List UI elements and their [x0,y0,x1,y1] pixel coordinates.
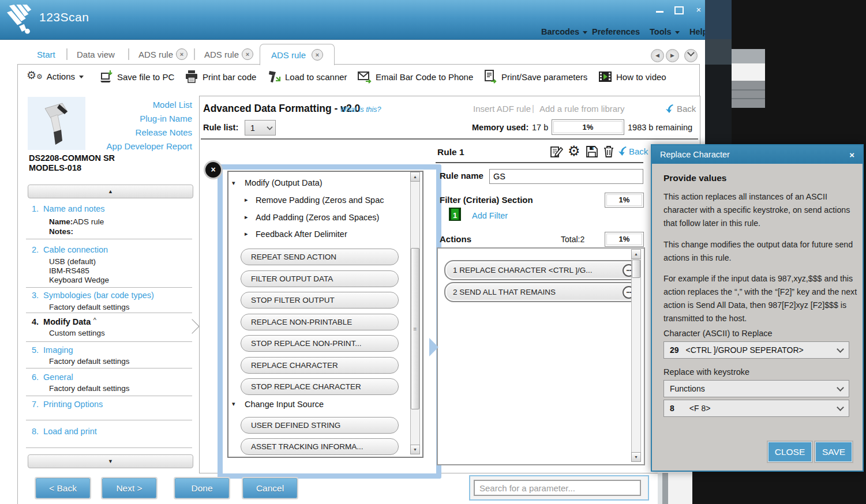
menu-barcodes[interactable]: Barcodes [541,26,587,37]
tree-open-icon[interactable]: ▾ [232,400,235,408]
sidebar-item-imaging[interactable]: 5.Imaging [32,345,73,355]
keystroke-category-select[interactable]: Functions [663,380,849,397]
insert-adf-rule-link[interactable]: Insert ADF rule [473,104,531,114]
print-bar-code-button[interactable]: Print bar code [185,70,256,84]
cancel-button[interactable]: Cancel [243,478,297,498]
dropdown-caret-icon [79,76,84,78]
palette-tree-item[interactable]: Feedback After Delimiter [256,230,401,239]
sidebar-item-modify-data[interactable]: 4.Modify Data ^ [32,317,96,327]
sidebar-item-cable-connection[interactable]: 2.Cable connection [32,245,108,255]
tree-closed-icon[interactable]: ▸ [245,213,248,221]
delete-rule-icon[interactable] [602,145,616,159]
scrollbar-down-button[interactable]: ▼ [631,452,641,462]
nav-back-button[interactable]: ◀ [651,49,664,62]
menu-preferences[interactable]: Preferences [592,26,640,37]
palette-pill-repeat-send-action[interactable]: REPEAT SEND ACTION [241,249,399,265]
scrollbar-up-button[interactable]: ▲ [410,172,420,182]
palette-close-button[interactable]: × [205,162,221,178]
scrollbar-up-button[interactable]: ▲ [631,249,641,259]
sidebar-item-name-and-notes[interactable]: 1.Name and notes [32,204,105,214]
menu-tools[interactable]: Tools [650,26,680,37]
palette-pill-stop-replace-non-printable[interactable]: STOP REPLACE NON-PRINT... [241,335,399,352]
search-input[interactable] [474,480,641,496]
release-notes-link[interactable]: Release Notes [69,126,192,140]
tree-closed-icon[interactable]: ▸ [245,230,248,238]
rule-settings-gear-icon[interactable]: ⚙ [568,143,580,159]
dialog-close-button[interactable]: × [849,150,854,160]
palette-pill-replace-character[interactable]: REPLACE CHARACTER [241,357,399,374]
model-list-link[interactable]: Model List [69,98,192,112]
dialog-titlebar: Replace Character × [652,145,863,164]
palette-pill-stop-replace-character[interactable]: STOP REPLACE CHARACTER [241,378,399,395]
sidebar-scroll-up-button[interactable]: ▲ [28,185,193,198]
tab-start[interactable]: Start [37,50,55,59]
maximize-button[interactable] [672,4,687,16]
sidebar-item-printing-options[interactable]: 7.Printing Options [32,399,103,409]
email-bar-code-button[interactable]: Email Bar Code to Phone [358,70,473,84]
app-developer-report-link[interactable]: App Developer Report [69,140,192,153]
tab-close-icon[interactable]: × [242,48,253,60]
back-arrow-icon[interactable] [617,145,628,156]
divider [26,396,192,396]
dialog-save-button[interactable]: SAVE [815,442,852,462]
palette-pill-asset-tracking[interactable]: ASSET TRACKING INFORMA... [241,438,399,455]
minimize-button[interactable] [652,4,667,16]
back-button[interactable]: < Back [36,478,90,498]
actions-button[interactable]: ⚙⚙ Actions [27,70,84,82]
rule-back-link[interactable]: Back [629,146,648,156]
tree-closed-icon[interactable]: ▸ [245,196,248,204]
rule-name-input[interactable] [489,169,643,184]
scrollbar-thumb[interactable]: ≡ [411,248,419,409]
done-button[interactable]: Done [175,478,229,498]
sidebar-scroll-down-button[interactable]: ▼ [28,454,193,468]
sidebar-item-general[interactable]: 6.General [32,372,73,382]
palette-pill-filter-output-data[interactable]: FILTER OUTPUT DATA [241,270,399,287]
what-is-this-link[interactable]: What is this? [340,106,381,114]
sidebar-item-symbologies[interactable]: 3.Symbologies (bar code types) [32,290,154,300]
nav-forward-button[interactable]: ▶ [666,49,679,62]
select-value-text: <CTRL ]/GROUP SEPERATOR> [686,345,804,355]
action-item-send-all[interactable]: 2 SEND ALL THAT REMAINS ••• [444,282,640,302]
print-save-parameters-button[interactable]: Print/Save parameters [483,70,587,84]
arrow-down-icon: ▼ [634,455,638,459]
add-rule-from-library-link[interactable]: Add a rule from library [539,104,625,114]
scrollbar-down-button[interactable]: ▼ [410,445,420,454]
palette-pill-replace-non-printable[interactable]: REPLACE NON-PRINTABLE [241,314,399,330]
palette-pill-user-defined-string[interactable]: USER DEFINED STRING [241,417,399,434]
palette-tree-item[interactable]: Add Padding (Zeros and Spaces) [256,213,401,222]
add-filter-link[interactable]: Add Filter [472,211,508,220]
keystroke-value-select[interactable]: 8 <F 8> [663,400,849,417]
tab-list-button[interactable] [684,49,698,62]
palette-pill-stop-filter-output[interactable]: STOP FILTER OUTPUT [241,292,399,309]
palette-group-modify[interactable]: Modify (Output Data) [245,178,323,187]
tab-close-icon[interactable]: × [176,48,188,60]
action-item-replace-character[interactable]: 1 REPLACE CHARACTER <CTRL ]/G... ••• [444,260,640,280]
save-file-to-pc-button[interactable]: Save file to PC [99,70,174,84]
palette-tree-item[interactable]: Remove Padding (Zeros and Spac [256,195,401,205]
actions-scrollbar[interactable] [631,249,641,462]
character-to-replace-select[interactable]: 29 <CTRL ]/GROUP SEPERATOR> [663,341,849,359]
tab-ads-rule-2[interactable]: ADS rule [204,50,239,59]
tab-data-view[interactable]: Data view [77,50,115,59]
load-to-scanner-button[interactable]: Load to scanner [267,70,347,84]
adf-back-link[interactable]: Back [677,104,696,114]
sidebar-item-load-and-print[interactable]: 8.Load and print [32,426,97,437]
dialog-close-action-button[interactable]: CLOSE [768,442,812,462]
edit-rule-icon[interactable] [549,145,563,159]
close-button[interactable]: × [691,4,706,16]
scrollbar-thumb[interactable] [632,259,640,278]
save-rule-icon[interactable] [585,145,599,159]
tab-close-icon[interactable]: × [312,49,323,61]
how-to-video-button[interactable]: How to video [598,70,666,84]
select-value-number: 8 [670,404,674,413]
plug-in-name-link[interactable]: Plug-in Name [69,112,192,126]
tab-ads-rule-1[interactable]: ADS rule [138,50,173,59]
dots-icon: ••• [627,268,631,273]
tab-ads-rule-active[interactable]: ADS rule × [260,44,335,65]
tree-open-icon[interactable]: ▾ [232,179,235,187]
palette-group-change-input-source[interactable]: Change Input Source [245,400,324,409]
next-button[interactable]: Next > [102,478,156,498]
rule-list-select[interactable]: 1 [245,120,276,136]
zebra-logo-icon [7,4,35,35]
back-arrow-icon[interactable] [665,103,675,114]
